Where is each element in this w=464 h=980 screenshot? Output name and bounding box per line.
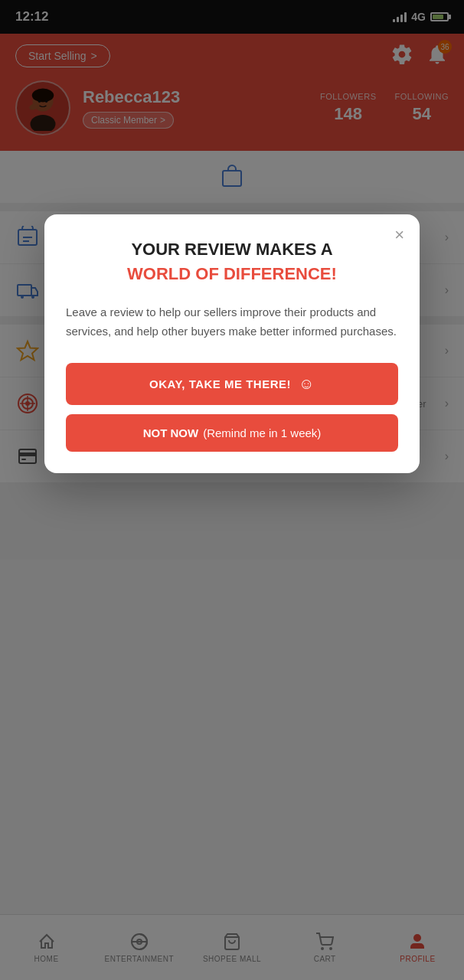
secondary-button-bold: NOT NOW [143, 426, 199, 439]
modal-overlay[interactable] [0, 0, 464, 980]
primary-button-label: OKAY, TAKE ME THERE! [149, 377, 291, 390]
modal-primary-button[interactable]: OKAY, TAKE ME THERE! ☺ [66, 363, 398, 405]
modal-title-line2: WORLD OF DIFFERENCE! [66, 264, 398, 284]
modal-title-line1: YOUR REVIEW MAKES A [66, 239, 398, 261]
modal-close-button[interactable]: × [394, 227, 404, 243]
secondary-button-normal: (Remind me in 1 week) [203, 426, 321, 439]
smiley-icon: ☺ [299, 375, 315, 393]
modal-secondary-button[interactable]: NOT NOW (Remind me in 1 week) [66, 414, 398, 452]
review-modal: × YOUR REVIEW MAKES A WORLD OF DIFFERENC… [44, 214, 420, 473]
modal-body-text: Leave a review to help our sellers impro… [66, 302, 398, 341]
